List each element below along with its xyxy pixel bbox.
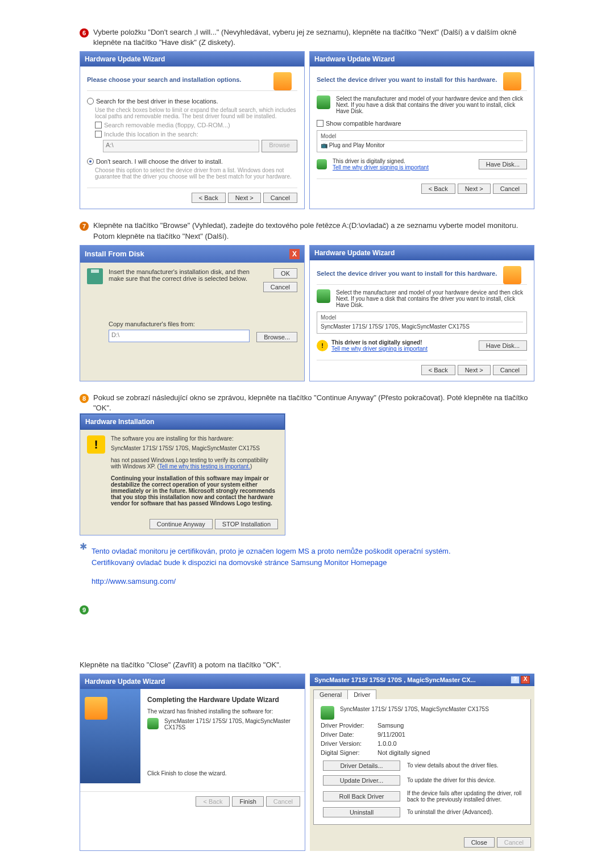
tab-general[interactable]: General [313, 690, 348, 699]
chk-compatible-label: Show compatible hardware [326, 120, 401, 127]
cert1: Tento ovladač monitoru je certifikován, … [92, 546, 451, 557]
d1: To view details about the driver files. [407, 762, 524, 769]
wiz-title: Hardware Update Wizard [310, 246, 534, 260]
browse-button: Browse [262, 140, 297, 152]
hardware-installation-dlg: Hardware Installation The software you a… [80, 413, 285, 535]
step7-text: Klepněte na tlačítko "Browse" (Vyhledat)… [93, 221, 534, 241]
have-disk-button[interactable]: Have Disk... [479, 340, 527, 351]
close-button[interactable]: Close [464, 837, 495, 848]
back-button[interactable]: < Back [421, 365, 455, 375]
finish-button[interactable]: Finish [232, 796, 263, 807]
notsigned-text: This driver is not digitally signed! [331, 339, 422, 346]
browse-button[interactable]: Browse... [256, 332, 297, 342]
step6-text: Vyberte položku "Don't search ,I will...… [93, 27, 534, 48]
model-text: SyncMaster 171S/ 175S/ 170S, MagicSyncMa… [340, 706, 489, 720]
lab-signer: Digital Signer: [321, 749, 377, 756]
l3-link[interactable]: Tell me why this testing is important. [159, 463, 250, 470]
continue-anyway-button[interactable]: Continue Anyway [150, 519, 213, 529]
wiz-title: Hardware Update Wizard [80, 674, 305, 689]
next-button[interactable]: Next > [228, 193, 261, 203]
signed-text: This driver is digitally signed. [333, 158, 405, 164]
chk-compatible[interactable] [317, 120, 323, 127]
device-icon [503, 266, 521, 284]
device-icon [273, 72, 292, 90]
close-icon[interactable]: X [289, 249, 300, 259]
driver-note: Select the manufacturer and model of you… [336, 289, 527, 308]
props-dialog: SyncMaster 171S/ 175S/ 170S , MagicSyncM… [310, 674, 534, 851]
next-button[interactable]: Next > [458, 365, 491, 375]
help-icon[interactable]: ? [511, 676, 520, 684]
asterisk-icon: ✱ [80, 541, 87, 587]
stop-install-button[interactable]: STOP Installation [215, 519, 278, 529]
chk-removable-label: Search removable media (floppy, CD-ROM..… [104, 122, 230, 128]
dlg-title: Install From Disk [85, 250, 144, 258]
dlg-title: Hardware Installation [80, 414, 285, 430]
lab-version: Driver Version: [321, 740, 377, 747]
step-num-8: 8 [80, 394, 89, 403]
device-icon [503, 72, 521, 90]
driver-details-button[interactable]: Driver Details... [323, 761, 400, 771]
step-num-7: 7 [80, 222, 89, 231]
chip-icon [317, 95, 330, 109]
model-head: Model [321, 314, 523, 322]
d2: To update the driver for this device. [407, 777, 524, 783]
rollback-button[interactable]: Roll Back Driver [323, 791, 400, 801]
lab-date: Driver Date: [321, 731, 377, 738]
opt-search-label: Search for the best driver in these loca… [96, 98, 218, 105]
update-driver-button[interactable]: Update Driver... [323, 775, 400, 786]
install-from-disk: Install From DiskX Insert the manufactur… [80, 245, 305, 381]
opt-dont-label: Don't search. I will choose the driver t… [96, 158, 223, 165]
l4: Continuing your installation of this sof… [111, 475, 278, 506]
completing-heading: Completing the Hardware Update Wizard [147, 696, 298, 704]
driver-note: Select the manufacturer and model of you… [336, 95, 527, 114]
step8-text: Pokud se zobrazí následující okno se zpr… [93, 393, 534, 413]
samsung-url[interactable]: http://www.samsung.com/ [92, 577, 176, 585]
have-disk-button[interactable]: Have Disk... [479, 159, 527, 169]
radio-search[interactable] [87, 98, 94, 105]
wiz-heading: Select the device driver you want to ins… [317, 76, 503, 83]
click-finish-msg: Click Finish to close the wizard. [147, 770, 298, 776]
l3b: ) [250, 463, 252, 470]
step-num-9: 9 [80, 605, 89, 614]
cancel-button[interactable]: Cancel [493, 365, 527, 375]
warn-icon [87, 435, 105, 454]
signed-icon [317, 159, 327, 169]
l2: SyncMaster 171S/ 175S/ 170S, MagicSyncMa… [111, 445, 278, 451]
cancel-button[interactable]: Cancel [263, 193, 297, 203]
model-item: 📺 Plug and Play Monitor [321, 141, 523, 149]
val-signer: Not digitally signed [377, 749, 430, 756]
d3: If the device fails after updating the d… [407, 790, 524, 803]
wizard-step7-right: Hardware Update Wizard Select the device… [309, 245, 534, 381]
props-title: SyncMaster 171S/ 175S/ 170S , MagicSyncM… [314, 676, 476, 683]
chk-removable [95, 122, 102, 128]
back-button[interactable]: < Back [421, 184, 455, 194]
d4: To uninstall the driver (Advanced). [407, 809, 524, 815]
tellme-link[interactable]: Tell me why driver signing is important [333, 164, 429, 171]
cancel-button[interactable]: Cancel [493, 184, 527, 194]
model-item[interactable]: SyncMaster 171S/ 175S/ 170S, MagicSyncMa… [321, 322, 523, 331]
opt2-note: Choose this option to select the device … [95, 167, 297, 180]
chk-location-label: Include this location in the search: [104, 131, 198, 138]
val-date: 9/11/2001 [377, 731, 405, 738]
path-input: A:\ [103, 140, 259, 152]
radio-dont-search[interactable] [87, 158, 94, 165]
cancel-button[interactable]: Cancel [263, 282, 297, 292]
ok-button[interactable]: OK [273, 268, 297, 279]
wiz-heading: Select the device driver you want to ins… [317, 270, 503, 277]
copy-path-input[interactable]: D:\ [109, 330, 250, 342]
back-button[interactable]: < Back [192, 193, 226, 203]
tab-driver[interactable]: Driver [347, 690, 376, 699]
wizard-step6-right: Hardware Update Wizard Select the device… [309, 51, 534, 209]
close-icon[interactable]: X [521, 676, 530, 684]
tellme-link[interactable]: Tell me why driver signing is important [331, 346, 428, 352]
wizard-step9-left: Hardware Update Wizard Completing the Ha… [80, 674, 305, 851]
back-button: < Back [196, 796, 230, 807]
cert2: Certifikovaný ovladač bude k dispozici n… [92, 557, 451, 568]
uninstall-button[interactable]: Uninstall [323, 807, 400, 817]
model-text: SyncMaster 171S/ 175S/ 170S, MagicSyncMa… [164, 718, 298, 730]
cancel-button: Cancel [497, 837, 531, 848]
chip-icon [317, 289, 330, 303]
monitor-icon [321, 706, 334, 720]
cancel-button: Cancel [266, 796, 300, 807]
next-button[interactable]: Next > [458, 184, 491, 194]
